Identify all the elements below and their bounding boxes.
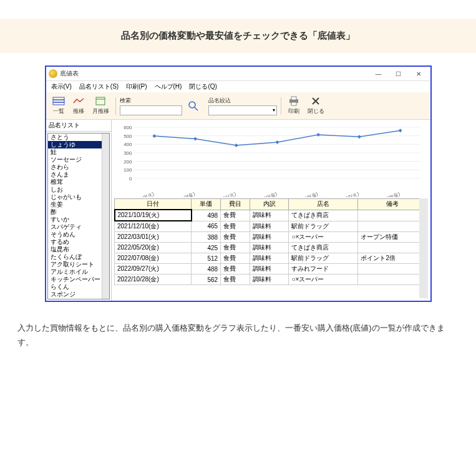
list-item[interactable]: 酢 [48, 208, 109, 216]
list-item[interactable]: らくん [48, 283, 109, 291]
list-item[interactable]: ソーセージ [48, 156, 109, 163]
maximize-button[interactable]: ☐ [389, 68, 408, 79]
trend-icon [72, 96, 85, 106]
list-item[interactable]: アク取りシート [48, 261, 109, 268]
table-row[interactable]: 2021/12/10(金)465食費調味料駅前ドラッグ [115, 221, 428, 232]
column-header[interactable]: 内訳 [250, 199, 289, 210]
chart-svg: 01002003004005006002021/10/19(火)2021/12/… [114, 122, 428, 197]
menu-print[interactable]: 印刷(P) [126, 82, 147, 91]
table-cell: 2022/05/20(金) [115, 243, 192, 253]
svg-text:400: 400 [124, 142, 132, 147]
print-button[interactable]: 印刷 [285, 95, 303, 117]
titlebar: 底値表 — ☐ ✕ [46, 67, 430, 81]
list-item[interactable]: キッチンペーパー [48, 276, 109, 283]
column-header[interactable]: 備考 [358, 199, 427, 210]
table-cell: 調味料 [250, 232, 289, 243]
list-item[interactable]: スポンジ [48, 291, 109, 298]
list-item[interactable]: すいか [48, 216, 109, 223]
table-row[interactable]: 2022/07/08(金)512食費調味料駅前ドラッグポイント2倍 [115, 253, 428, 264]
separator-icon [281, 97, 281, 115]
table-row[interactable]: 2022/03/01(火)388食費調味料○×スーパーオープン特価 [115, 232, 428, 243]
list-item[interactable]: 生姜 [48, 201, 109, 208]
table-cell: 食費 [221, 264, 250, 274]
list-item[interactable]: 塩昆布 [48, 246, 109, 253]
window-wrap: 底値表 — ☐ ✕ 表示(V) 品名リスト(S) 印刷(P) ヘルプ(H) 閉じ… [0, 59, 476, 308]
table-cell: 調味料 [250, 243, 289, 253]
table-row[interactable]: 2022/05/20(金)425食費調味料てきぱき商店 [115, 243, 428, 253]
table-cell: 465 [192, 221, 221, 232]
close-window-button[interactable]: ✕ [409, 68, 428, 79]
list-view-button[interactable]: 一覧 [50, 95, 67, 117]
trend-button[interactable]: 推移 [70, 95, 87, 117]
content-area: 品名リスト さとうしょうゆ鮭ソーセージさわらさんま椎茸しおじゃがいも生姜酢すいか… [46, 120, 430, 301]
chevron-down-icon: ▾ [273, 107, 275, 113]
table-cell: 498 [192, 210, 221, 221]
svg-text:200: 200 [124, 159, 132, 165]
app-icon [49, 69, 57, 78]
table-cell: 食費 [221, 221, 250, 232]
svg-text:100: 100 [124, 167, 132, 173]
table-cell: 2022/10/28(金) [115, 274, 192, 285]
column-header[interactable]: 日付 [115, 199, 192, 210]
minimize-button[interactable]: — [369, 68, 388, 79]
column-header[interactable]: 費目 [221, 199, 250, 210]
scrollbar[interactable] [102, 134, 109, 299]
printer-icon [288, 96, 300, 106]
svg-text:2021/12/10(金): 2021/12/10(金) [163, 191, 195, 197]
main-panel: 01002003004005006002021/10/19(火)2021/12/… [112, 120, 430, 301]
table-cell: 2022/09/27(火) [115, 264, 192, 274]
list-item[interactable]: しお [48, 186, 109, 193]
list-item[interactable]: たくらんぼ [48, 253, 109, 261]
table-cell [358, 274, 427, 285]
list-item[interactable]: さわら [48, 163, 109, 171]
list-item[interactable]: そうめん [48, 231, 109, 238]
table-cell: 388 [192, 232, 221, 243]
table-row[interactable]: 2021/10/19(火)498食費調味料てきぱき商店 [115, 210, 428, 221]
list-item[interactable]: 水切りゴミ袋 [48, 298, 109, 299]
table-cell: 2021/10/19(火) [115, 210, 192, 221]
trend-label: 推移 [73, 107, 84, 115]
table-cell: 食費 [221, 243, 250, 253]
monthly-label: 月推移 [92, 107, 109, 115]
menu-view[interactable]: 表示(V) [51, 82, 72, 91]
search-field: 検索 [120, 97, 182, 115]
list-item[interactable]: するめ [48, 238, 109, 246]
list-item[interactable]: さんま [48, 171, 109, 178]
table-cell: 512 [192, 253, 221, 264]
close-button[interactable]: 閉じる [305, 95, 327, 117]
table-cell: 2021/12/10(金) [115, 221, 192, 232]
table-row[interactable]: 2022/09/27(火)488食費調味料すみれフード [115, 264, 428, 274]
search-input[interactable] [120, 105, 182, 115]
list-item[interactable]: しょうゆ [48, 141, 109, 148]
svg-text:600: 600 [124, 125, 132, 130]
menu-help[interactable]: ヘルプ(H) [155, 82, 182, 91]
filter-dropdown[interactable]: ▾ [208, 105, 277, 115]
search-label: 検索 [120, 97, 182, 105]
svg-text:2022/10/28(金): 2022/10/28(金) [368, 191, 401, 197]
table-row[interactable]: 2022/10/28(金)562食費調味料○×スーパー [115, 274, 428, 285]
list-item[interactable]: アルミホイル [48, 268, 109, 276]
scrollbar[interactable] [419, 198, 428, 298]
close-label: 閉じる [308, 107, 324, 115]
sidebar: 品名リスト さとうしょうゆ鮭ソーセージさわらさんま椎茸しおじゃがいも生姜酢すいか… [46, 120, 112, 301]
monthly-trend-button[interactable]: 月推移 [90, 95, 112, 117]
menu-close[interactable]: 閉じる(Q) [189, 82, 216, 91]
list-item[interactable]: じゃがいも [48, 193, 109, 201]
list-icon [52, 96, 65, 106]
list-item[interactable]: 椎茸 [48, 178, 109, 186]
table-cell: てきぱき商店 [289, 210, 358, 221]
menu-itemlist[interactable]: 品名リスト(S) [79, 82, 119, 91]
feature-description: 入力した買物情報をもとに、品名別の購入価格変動をグラフ表示したり、一番安い購入価… [0, 308, 476, 362]
item-list[interactable]: さとうしょうゆ鮭ソーセージさわらさんま椎茸しおじゃがいも生姜酢すいかスパゲティそ… [47, 133, 110, 299]
column-header[interactable]: 店名 [289, 199, 358, 210]
table-cell: 425 [192, 243, 221, 253]
list-item[interactable]: 鮭 [48, 148, 109, 156]
banner-title: 品名別の価格変動や最安値をチェックできる「底値表」 [0, 30, 476, 42]
list-item[interactable]: スパゲティ [48, 223, 109, 231]
table-cell: 調味料 [250, 210, 289, 221]
list-item[interactable]: さとう [48, 134, 109, 141]
column-header[interactable]: 単価 [192, 199, 221, 210]
svg-text:2021/10/19(火): 2021/10/19(火) [122, 191, 155, 197]
search-button[interactable] [185, 100, 202, 112]
table-cell: すみれフード [289, 264, 358, 274]
